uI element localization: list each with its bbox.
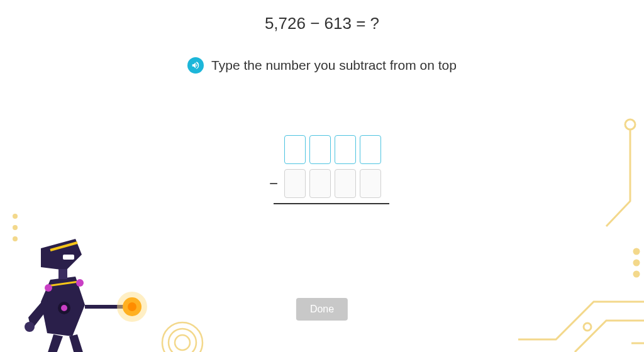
decoration-robot	[3, 220, 167, 352]
svg-point-2	[634, 260, 639, 265]
svg-point-19	[45, 284, 52, 292]
minus-sign: −	[263, 175, 278, 192]
question-text: 5,726 − 613 = ?	[0, 0, 644, 33]
decoration-circuit	[380, 113, 644, 352]
instruction-text: Type the number you subtract from on top	[211, 58, 457, 73]
svg-point-1	[634, 249, 639, 254]
svg-point-13	[61, 305, 67, 311]
svg-point-4	[584, 323, 591, 331]
svg-rect-15	[58, 269, 67, 279]
subtrahend-digit-1[interactable]	[284, 169, 306, 198]
svg-point-16	[25, 322, 35, 332]
minuend-row	[255, 135, 389, 164]
subtraction-work-area: −	[255, 135, 389, 204]
decoration-dots	[13, 214, 18, 248]
equals-line	[274, 203, 389, 204]
svg-point-10	[123, 297, 142, 316]
svg-point-3	[634, 272, 639, 277]
subtrahend-row: −	[255, 169, 389, 198]
audio-icon[interactable]	[187, 57, 204, 74]
decoration-swirl	[160, 321, 204, 352]
svg-point-20	[76, 279, 84, 287]
svg-rect-8	[85, 305, 129, 309]
svg-point-6	[169, 329, 196, 352]
minuend-digit-2[interactable]	[309, 135, 331, 164]
svg-point-5	[162, 322, 203, 352]
minuend-digit-3[interactable]	[335, 135, 356, 164]
done-button[interactable]: Done	[296, 298, 348, 321]
svg-point-9	[117, 292, 147, 322]
minuend-digit-4[interactable]	[360, 135, 381, 164]
subtrahend-digit-2[interactable]	[309, 169, 331, 198]
svg-point-7	[175, 335, 190, 350]
instruction-row: Type the number you subtract from on top	[0, 57, 644, 74]
svg-point-12	[58, 302, 70, 314]
minuend-digit-1[interactable]	[284, 135, 306, 164]
svg-point-11	[128, 302, 136, 311]
svg-point-0	[625, 119, 635, 129]
subtrahend-digit-3[interactable]	[335, 169, 356, 198]
svg-rect-14	[63, 255, 74, 260]
subtrahend-digit-4[interactable]	[360, 169, 381, 198]
